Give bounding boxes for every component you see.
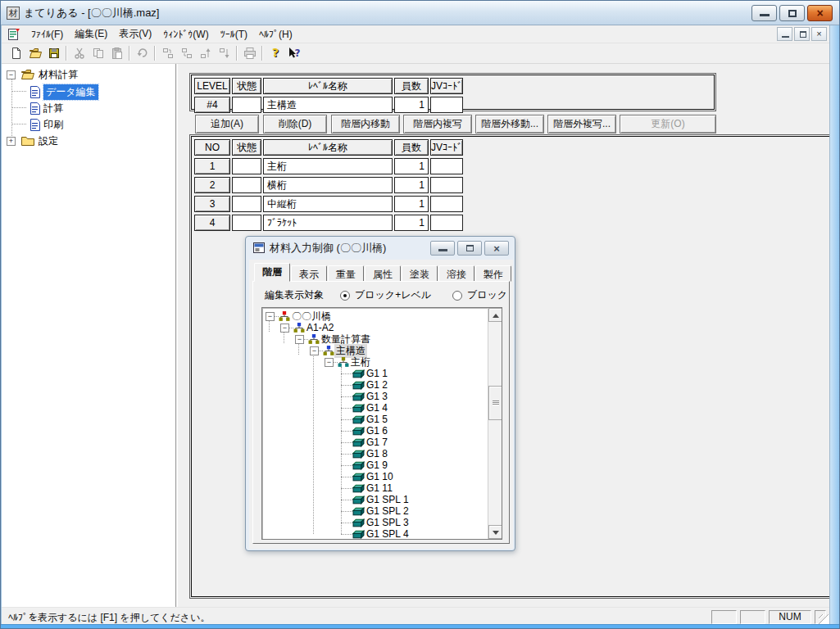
- col-header-status[interactable]: 状態: [232, 139, 261, 156]
- tree-leaf-item[interactable]: G1 11: [341, 482, 394, 494]
- tree-leaf-item[interactable]: G1 9: [341, 459, 389, 471]
- tree-leaf-item[interactable]: G1 1: [341, 368, 389, 379]
- dialog-title-bar[interactable]: 材料入力制御 (〇〇川橋) ×: [246, 237, 515, 260]
- tree-item-root[interactable]: − 〇〇川橋: [266, 310, 333, 322]
- tree-leaf-item[interactable]: G1 SPL 3: [341, 517, 411, 528]
- status-cell[interactable]: [232, 177, 261, 193]
- radio-block-plus-level-label[interactable]: ブロック+レベル: [355, 288, 431, 302]
- close-button[interactable]: ×: [807, 5, 833, 21]
- collapse-icon[interactable]: −: [280, 324, 289, 333]
- status-cell[interactable]: [232, 215, 261, 231]
- menu-tools[interactable]: ﾂｰﾙ(T): [215, 26, 253, 43]
- qty-cell[interactable]: 1: [394, 215, 429, 231]
- col-header-jv[interactable]: JVｺｰﾄﾞ: [430, 139, 463, 156]
- col-header-name[interactable]: ﾚﾍﾞﾙ名称: [263, 78, 393, 94]
- tree-leaf-item[interactable]: G1 3: [341, 391, 389, 402]
- vertical-scrollbar[interactable]: [488, 308, 502, 539]
- sidebar-item-material-calc[interactable]: − 材料計算: [7, 67, 78, 82]
- tab-hierarchy[interactable]: 階層: [254, 263, 290, 282]
- tree-leaf-item[interactable]: G1 7: [341, 437, 389, 448]
- col-header-qty[interactable]: 員数: [394, 78, 429, 94]
- sidebar-item-settings[interactable]: + 設定: [7, 133, 58, 148]
- tab-display[interactable]: 表示: [291, 265, 327, 282]
- move-in-hierarchy-button[interactable]: 階層内移動: [331, 115, 400, 133]
- paste-button[interactable]: [107, 44, 126, 62]
- print-button[interactable]: [240, 44, 259, 62]
- collapse-icon[interactable]: −: [295, 335, 304, 344]
- col-header-no[interactable]: NO: [194, 139, 230, 156]
- tree-leaf-item[interactable]: G1 6: [341, 425, 389, 437]
- update-button[interactable]: 更新(O): [620, 115, 716, 133]
- tree-leaf-item[interactable]: G1 4: [341, 402, 389, 414]
- menu-edit[interactable]: 編集(E): [69, 25, 113, 43]
- name-cell[interactable]: 主桁: [263, 158, 393, 174]
- name-cell[interactable]: 中縦桁: [263, 196, 393, 212]
- collapse-icon[interactable]: −: [266, 312, 275, 321]
- save-button[interactable]: [44, 44, 63, 62]
- tree-leaf-item[interactable]: G1 10: [341, 471, 395, 482]
- tree-leaf-item[interactable]: G1 SPL 4: [341, 528, 411, 540]
- qty-cell[interactable]: 1: [394, 177, 429, 193]
- move-out-hierarchy-button[interactable]: [196, 44, 215, 62]
- expand-icon[interactable]: +: [7, 137, 16, 146]
- scrollbar-thumb[interactable]: [488, 386, 502, 420]
- context-help-button[interactable]: ?: [284, 44, 303, 62]
- scroll-down-button[interactable]: [488, 525, 502, 539]
- jv-cell[interactable]: [430, 215, 463, 231]
- collapse-icon[interactable]: −: [7, 70, 16, 79]
- undo-button[interactable]: [133, 44, 152, 62]
- dialog-minimize-button[interactable]: [430, 241, 455, 256]
- row-number-cell[interactable]: 4: [194, 215, 230, 231]
- qty-cell[interactable]: 1: [394, 196, 429, 212]
- qty-cell[interactable]: 1: [394, 158, 429, 174]
- restore-button[interactable]: [779, 5, 805, 21]
- tree-leaf-item[interactable]: G1 SPL 1: [341, 494, 411, 505]
- add-button[interactable]: 追加(A): [195, 115, 259, 133]
- delete-button[interactable]: 削除(D): [263, 115, 327, 133]
- copy-out-hierarchy-button[interactable]: [215, 44, 234, 62]
- cut-button[interactable]: [70, 44, 89, 62]
- col-header-level[interactable]: LEVEL: [194, 78, 230, 94]
- dialog-close-button[interactable]: ×: [484, 241, 509, 256]
- col-header-qty[interactable]: 員数: [394, 139, 429, 156]
- sidebar-item-data-edit[interactable]: データ編集: [30, 84, 98, 99]
- mdi-restore-button[interactable]: [794, 27, 810, 41]
- col-header-name[interactable]: ﾚﾍﾞﾙ名称: [263, 139, 393, 156]
- sidebar-item-print[interactable]: 印刷: [30, 117, 63, 132]
- tree-leaf-item[interactable]: G1 8: [341, 448, 389, 459]
- scroll-up-button[interactable]: [488, 308, 502, 322]
- col-header-status[interactable]: 状態: [232, 78, 261, 94]
- tab-attribute[interactable]: 属性: [365, 265, 401, 282]
- tree-leaf-item[interactable]: G1 SPL 2: [341, 505, 411, 517]
- copy-button[interactable]: [89, 44, 107, 62]
- sidebar-item-calc[interactable]: 計算: [30, 101, 63, 115]
- status-cell[interactable]: [232, 196, 261, 212]
- radio-block-plus-level[interactable]: [340, 291, 350, 301]
- minimize-button[interactable]: [751, 5, 777, 21]
- menu-window[interactable]: ｳｨﾝﾄﾞｳ(W): [157, 26, 214, 43]
- tab-painting[interactable]: 塗装: [402, 265, 438, 282]
- name-cell[interactable]: 横桁: [263, 177, 393, 193]
- row-number-cell[interactable]: #4: [194, 97, 230, 113]
- tree-leaf-item[interactable]: G1 5: [341, 414, 389, 425]
- radio-block[interactable]: [452, 291, 462, 301]
- jv-cell[interactable]: [430, 196, 463, 212]
- name-cell[interactable]: ﾌﾞﾗｹｯﾄ: [263, 215, 393, 231]
- move-in-hierarchy-button[interactable]: [158, 44, 177, 62]
- row-number-cell[interactable]: 1: [194, 158, 230, 174]
- new-button[interactable]: [7, 44, 25, 62]
- radio-block-label[interactable]: ブロック: [467, 288, 507, 302]
- dialog-restore-button[interactable]: [457, 241, 482, 256]
- mdi-close-button[interactable]: ×: [811, 27, 827, 41]
- menu-view[interactable]: 表示(V): [113, 25, 157, 43]
- col-header-jv[interactable]: JVｺｰﾄﾞ: [430, 78, 463, 94]
- collapse-icon[interactable]: −: [310, 346, 319, 355]
- menu-file[interactable]: ﾌｧｲﾙ(F): [25, 26, 69, 43]
- tab-weight[interactable]: 重量: [328, 265, 364, 282]
- qty-cell[interactable]: 1: [394, 97, 429, 113]
- name-cell[interactable]: 主構造: [263, 97, 393, 113]
- copy-in-hierarchy-button[interactable]: [177, 44, 196, 62]
- tab-fabrication[interactable]: 製作: [475, 265, 511, 282]
- tree-item[interactable]: − 主桁: [325, 356, 372, 368]
- mdi-minimize-button[interactable]: [777, 27, 792, 41]
